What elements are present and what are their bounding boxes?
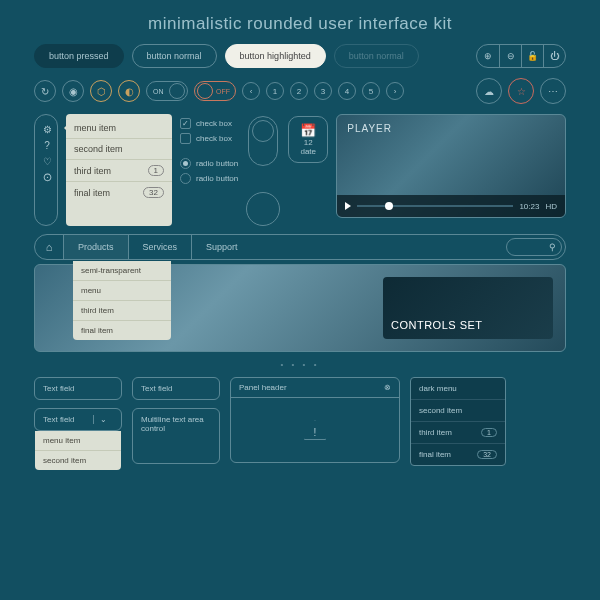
hero-card[interactable]: CONTROLS SET — [383, 277, 553, 339]
pager-4[interactable]: 4 — [338, 82, 356, 100]
panel-header: Panel header ⊗ — [231, 378, 399, 398]
chat-icon[interactable]: ☁ — [476, 78, 502, 104]
dropdown-item[interactable]: menu — [73, 281, 171, 301]
textarea[interactable]: Multiline text area control — [132, 408, 220, 464]
slider-vertical[interactable] — [248, 116, 278, 166]
radio-selected[interactable]: radio button — [180, 158, 238, 169]
controls-row: ↻ ◉ ⬡ ◐ ON OFF ‹ 1 2 3 4 5 › ☁ ☆ ⋯ — [0, 78, 600, 114]
page-title: minimalistic rounded user interface kit — [0, 0, 600, 44]
menu-item[interactable]: final item32 — [411, 444, 505, 465]
media-player: PLAYER 10:23 HD — [336, 114, 566, 218]
button-pressed[interactable]: button pressed — [34, 44, 124, 68]
search-input[interactable]: ⚲ — [506, 238, 562, 256]
toggle-on[interactable]: ON — [146, 81, 188, 101]
power-icon[interactable]: ⏻ — [543, 45, 565, 67]
close-icon[interactable]: ⊗ — [384, 383, 391, 392]
plus-icon[interactable]: ⊕ — [477, 45, 499, 67]
panel: Panel header ⊗ ! — [230, 377, 400, 463]
progress-bar[interactable] — [357, 205, 513, 207]
menu-item[interactable]: final item32 — [66, 182, 172, 203]
checkbox-unchecked[interactable]: check box — [180, 133, 238, 144]
arrow-circle-icon[interactable]: ↻ — [34, 80, 56, 102]
dropdown-item[interactable]: menu item — [35, 431, 121, 451]
dropdown-item[interactable]: final item — [73, 321, 171, 340]
player-title: PLAYER — [347, 123, 392, 134]
player-controls: 10:23 HD — [337, 195, 565, 217]
lock-icon[interactable]: 🔓 — [521, 45, 543, 67]
star-icon[interactable]: ☆ — [508, 78, 534, 104]
nav-support[interactable]: Support — [191, 235, 252, 259]
carousel-dots[interactable]: • • • • — [0, 358, 600, 377]
dropdown-item[interactable]: third item — [73, 301, 171, 321]
heart-icon[interactable]: ♡ — [39, 153, 55, 169]
button-normal[interactable]: button normal — [132, 44, 217, 68]
icon-sidebar: ⚙ ? ♡ 𐌏 — [34, 114, 58, 226]
checkbox-checked[interactable]: ✓check box — [180, 118, 238, 129]
menu-item[interactable]: third item1 — [66, 160, 172, 182]
light-menu: menu item second item third item1 final … — [66, 114, 172, 226]
button-states-row: button pressed button normal button high… — [0, 44, 600, 78]
combo-dropdown: menu item second item — [35, 431, 121, 470]
button-highlighted[interactable]: button highlighted — [225, 44, 326, 68]
nav-bar: ⌂ Products Services Support ⚲ semi-trans… — [34, 234, 566, 260]
checkbox-group: ✓check box check box radio button radio … — [180, 114, 238, 184]
dropdown-item[interactable]: second item — [35, 451, 121, 470]
chevron-down-icon[interactable]: ⌄ — [93, 415, 113, 424]
button-disabled: button normal — [334, 44, 419, 68]
nav-dropdown: semi-transparent menu third item final i… — [73, 261, 171, 340]
knob-control[interactable] — [246, 192, 280, 226]
pager-5[interactable]: 5 — [362, 82, 380, 100]
calendar-icon: 📅 — [297, 123, 319, 138]
menu-item[interactable]: dark menu — [411, 378, 505, 400]
pager-1[interactable]: 1 — [266, 82, 284, 100]
more-icon[interactable]: ⋯ — [540, 78, 566, 104]
hd-badge: HD — [545, 202, 557, 211]
pager-next[interactable]: › — [386, 82, 404, 100]
mic-icon[interactable]: ◉ — [62, 80, 84, 102]
minus-icon[interactable]: ⊖ — [499, 45, 521, 67]
player-time: 10:23 — [519, 202, 539, 211]
gear-icon[interactable]: ⚙ — [39, 121, 55, 137]
pager-3[interactable]: 3 — [314, 82, 332, 100]
speaker-icon[interactable]: ◐ — [118, 80, 140, 102]
help-icon[interactable]: ? — [39, 137, 55, 153]
warning-icon: ! — [304, 420, 326, 440]
nav-products[interactable]: Products — [63, 235, 128, 259]
menu-item[interactable]: menu item — [66, 118, 172, 139]
combo-field[interactable]: Text field⌄ menu item second item — [34, 408, 122, 431]
date-widget[interactable]: 📅 12 date — [288, 116, 328, 163]
toggle-off[interactable]: OFF — [194, 81, 236, 101]
dark-menu: dark menu second item third item1 final … — [410, 377, 506, 466]
radio-unselected[interactable]: radio button — [180, 173, 238, 184]
menu-item[interactable]: second item — [411, 400, 505, 422]
menu-item[interactable]: second item — [66, 139, 172, 160]
text-field[interactable]: Text field — [132, 377, 220, 400]
menu-item[interactable]: third item1 — [411, 422, 505, 444]
pager-prev[interactable]: ‹ — [242, 82, 260, 100]
home-icon[interactable]: ⌂ — [35, 241, 63, 253]
link-icon[interactable]: 𐌏 — [39, 169, 55, 185]
icon-button-group: ⊕ ⊖ 🔓 ⏻ — [476, 44, 566, 68]
nav-services[interactable]: Services — [128, 235, 192, 259]
wifi-icon[interactable]: ⬡ — [90, 80, 112, 102]
dropdown-item[interactable]: semi-transparent — [73, 261, 171, 281]
search-icon: ⚲ — [549, 242, 556, 252]
pager-2[interactable]: 2 — [290, 82, 308, 100]
text-field[interactable]: Text field — [34, 377, 122, 400]
play-icon[interactable] — [345, 202, 351, 210]
